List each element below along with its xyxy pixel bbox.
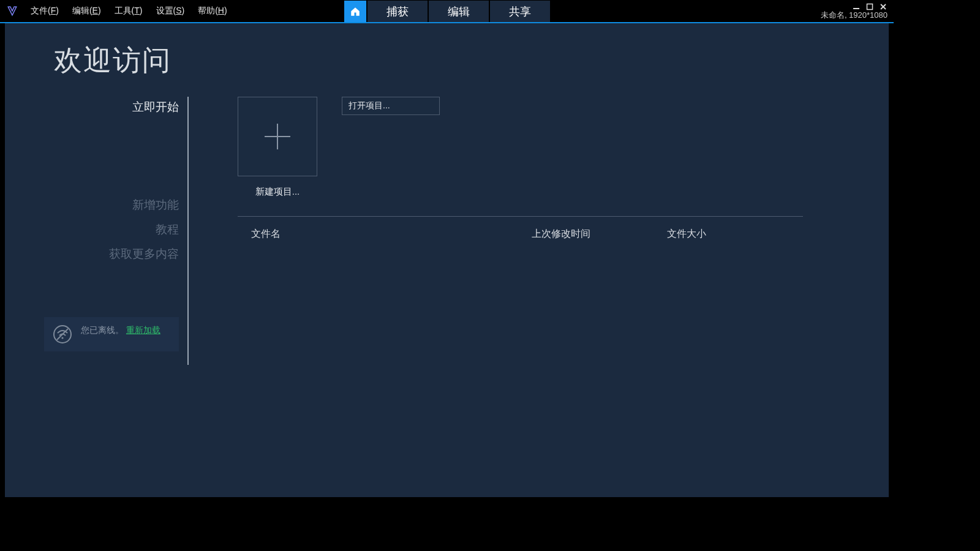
sidenav-getmore[interactable]: 获取更多内容 [109, 244, 179, 264]
sidenav-start[interactable]: 立即开始 [132, 97, 179, 118]
col-filename: 文件名 [238, 228, 532, 241]
offline-text: 您已离线。 重新加载 [81, 324, 160, 337]
recent-columns-header: 文件名 上次修改时间 文件大小 [238, 228, 803, 241]
app-logo [0, 0, 24, 22]
menu-tools[interactable]: 工具(T) [112, 3, 145, 19]
welcome-main-pane: 新建项目... 打开项目... 文件名 上次修改时间 文件大小 [189, 97, 889, 497]
mode-tab-share[interactable]: 共享 [490, 0, 550, 22]
col-modified: 上次修改时间 [532, 228, 668, 241]
app-window: 文件(F) 编辑(E) 工具(T) 设置(S) 帮助(H) 捕获 编辑 共享 [0, 0, 894, 502]
start-actions: 新建项目... 打开项目... [238, 97, 803, 198]
mode-tab-bar: 捕获 编辑 共享 [344, 0, 550, 22]
document-status: 未命名, 1920*1080 [821, 10, 888, 21]
sidenav-whatsnew[interactable]: 新增功能 [132, 195, 179, 216]
plus-icon [261, 120, 294, 153]
open-project-button[interactable]: 打开项目... [342, 97, 440, 115]
title-bar: 文件(F) 编辑(E) 工具(T) 设置(S) 帮助(H) 捕获 编辑 共享 [0, 0, 894, 23]
welcome-side-nav: 立即开始 新增功能 教程 获取更多内容 您已离线。 重新加载 [5, 97, 189, 497]
new-project-button[interactable] [238, 97, 317, 176]
offline-icon [53, 324, 72, 344]
offline-notice: 您已离线。 重新加载 [44, 317, 179, 351]
mode-tab-home[interactable] [344, 0, 366, 22]
menu-bar: 文件(F) 编辑(E) 工具(T) 设置(S) 帮助(H) [24, 0, 233, 22]
menu-help[interactable]: 帮助(H) [195, 3, 229, 19]
new-project-label: 新建项目... [238, 186, 317, 198]
new-project-tile: 新建项目... [238, 97, 317, 198]
recent-divider [238, 216, 803, 217]
menu-settings[interactable]: 设置(S) [154, 3, 187, 19]
svg-point-7 [61, 337, 63, 339]
mode-tab-edit[interactable]: 编辑 [429, 0, 489, 22]
home-icon [350, 6, 361, 17]
menu-file[interactable]: 文件(F) [28, 3, 61, 19]
svg-rect-3 [867, 4, 873, 10]
svg-rect-2 [853, 8, 859, 9]
welcome-heading: 欢迎访问 [5, 42, 889, 80]
side-divider [187, 97, 189, 365]
welcome-body: 立即开始 新增功能 教程 获取更多内容 您已离线。 重新加载 [5, 97, 889, 497]
sidenav-tutorials[interactable]: 教程 [156, 219, 179, 240]
col-size: 文件大小 [667, 228, 803, 241]
welcome-screen: 欢迎访问 立即开始 新增功能 教程 获取更多内容 [5, 23, 889, 497]
offline-reload-link[interactable]: 重新加载 [126, 325, 160, 335]
svg-marker-1 [8, 7, 17, 15]
menu-edit[interactable]: 编辑(E) [70, 3, 104, 19]
mode-tab-capture[interactable]: 捕获 [368, 0, 428, 22]
